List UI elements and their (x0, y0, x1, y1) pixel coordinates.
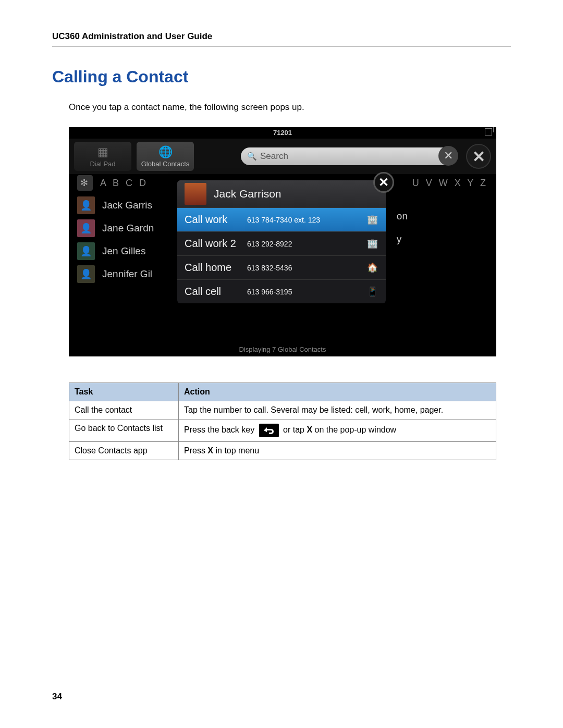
search-input[interactable]: 🔍 Search ✕ (241, 147, 456, 165)
search-clear-icon[interactable]: ✕ (438, 146, 458, 166)
avatar: 👤 (77, 242, 95, 260)
cell-icon: 📱 (366, 286, 378, 297)
close-icon: ✕ (472, 147, 485, 166)
screenshot: 71201 ▦ Dial Pad 🌐 Global Contacts 🔍 Sea… (69, 127, 496, 356)
hint-text: on (397, 211, 408, 222)
dialpad-button[interactable]: ▦ Dial Pad (74, 142, 131, 171)
contact-name: Jane Gardn (102, 223, 154, 234)
row-label: Call work (185, 214, 247, 226)
action-text: on the pop-up window (315, 425, 397, 434)
global-contacts-label: Global Contacts (141, 160, 190, 168)
alpha-right[interactable]: U V W X Y Z (412, 178, 488, 189)
close-icon: ✕ (378, 175, 389, 190)
cell-task: Go back to Contacts list (69, 419, 179, 442)
cell-action: Press the back key or tap X on the pop-u… (179, 419, 496, 442)
call-work2-row[interactable]: Call work 2 613 292-8922 🏢 (177, 231, 386, 255)
page-number: 34 (52, 692, 62, 702)
action-text: in top menu (215, 446, 259, 455)
call-home-row[interactable]: Call home 613 832-5436 🏠 (177, 255, 386, 279)
table-header-row: Task Action (69, 383, 496, 401)
call-cell-row[interactable]: Call cell 613 966-3195 📱 (177, 279, 386, 303)
cell-task: Call the contact (69, 401, 179, 419)
expand-icon (485, 128, 492, 135)
task-action-table: Task Action Call the contact Tap the num… (69, 382, 496, 460)
cell-action: Tap the number to call. Several may be l… (179, 401, 496, 419)
search-icon: 🔍 (247, 152, 257, 161)
contact-name: Jen Gilles (102, 245, 145, 257)
header-task: Task (69, 383, 179, 401)
screenshot-footer: Displaying 7 Global Contacts (69, 346, 496, 353)
dialpad-icon: ▦ (97, 145, 108, 159)
avatar: 👤 (77, 196, 95, 214)
avatar (185, 183, 206, 205)
row-number: 613 292-8922 (247, 240, 366, 248)
right-column-hint: on y (397, 211, 408, 245)
table-row: Go back to Contacts list Press the back … (69, 419, 496, 442)
status-number: 71201 (273, 129, 292, 137)
home-icon: 🏠 (366, 262, 378, 273)
avatar: 👤 (77, 265, 95, 283)
global-contacts-button[interactable]: 🌐 Global Contacts (137, 142, 194, 171)
favorites-star-icon[interactable]: ✻ (77, 175, 93, 191)
close-app-button[interactable]: ✕ (466, 144, 491, 169)
call-work-row[interactable]: Call work 613 784-7340 ext. 123 🏢 (177, 207, 386, 231)
contact-name: Jennifer Gil (102, 268, 152, 280)
status-bar: 71201 (69, 127, 496, 139)
section-title: Calling a Contact (52, 67, 511, 87)
header-action: Action (179, 383, 496, 401)
action-bold: X (207, 446, 213, 455)
back-key-icon (259, 424, 279, 437)
row-number: 613 966-3195 (247, 288, 366, 296)
action-text: or tap (283, 425, 304, 434)
intro-text: Once you tap a contact name, the followi… (69, 102, 511, 113)
doc-header: UC360 Administration and User Guide (52, 31, 511, 46)
popup-header: Jack Garrison (177, 180, 386, 207)
action-bold: X (307, 425, 312, 434)
row-label: Call cell (185, 286, 247, 298)
hint-text: y (397, 233, 408, 245)
cell-action: Press X in top menu (179, 442, 496, 460)
contact-popup: ✕ Jack Garrison Call work 613 784-7340 e… (177, 180, 386, 303)
popup-close-button[interactable]: ✕ (373, 172, 394, 193)
building-icon: 🏢 (366, 238, 378, 249)
table-row: Close Contacts app Press X in top menu (69, 442, 496, 460)
row-label: Call home (185, 262, 247, 274)
row-number: 613 784-7340 ext. 123 (247, 216, 366, 224)
globe-icon: 🌐 (158, 145, 173, 159)
avatar: 👤 (77, 219, 95, 237)
action-text: Press the back key (184, 425, 254, 434)
row-number: 613 832-5436 (247, 264, 366, 272)
alpha-left[interactable]: A B C D (100, 178, 148, 189)
action-text: Press (184, 446, 205, 455)
toolbar: ▦ Dial Pad 🌐 Global Contacts 🔍 Search ✕ … (69, 139, 496, 174)
search-placeholder: Search (260, 151, 288, 162)
dialpad-label: Dial Pad (90, 160, 115, 168)
popup-contact-name: Jack Garrison (214, 188, 282, 200)
cell-task: Close Contacts app (69, 442, 179, 460)
contact-name: Jack Garris (102, 200, 152, 211)
building-icon: 🏢 (366, 214, 378, 225)
row-label: Call work 2 (185, 238, 247, 250)
table-row: Call the contact Tap the number to call.… (69, 401, 496, 419)
